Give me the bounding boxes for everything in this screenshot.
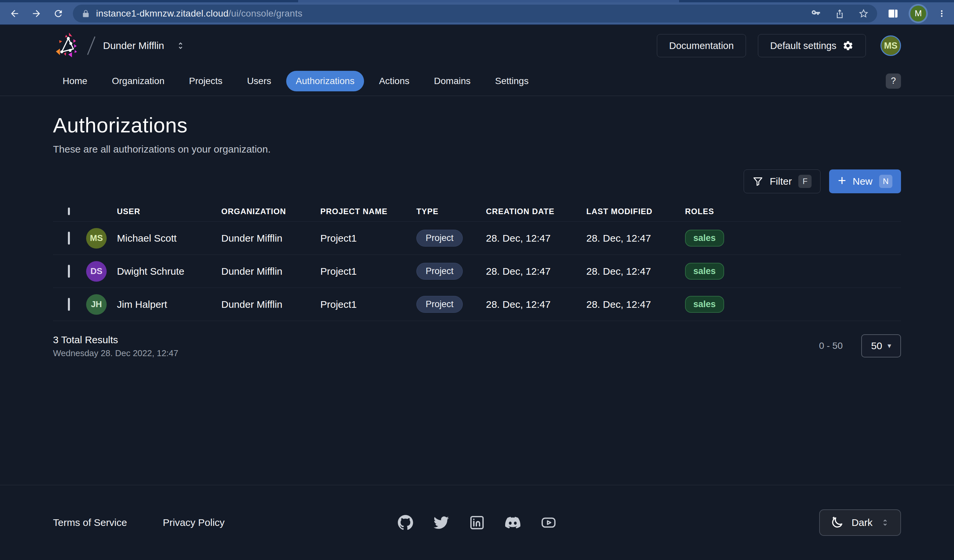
row-checkbox[interactable] bbox=[68, 232, 70, 244]
dark-mode-moon-icon bbox=[831, 516, 844, 529]
column-project-name: PROJECT NAME bbox=[320, 207, 416, 216]
column-creation-date: CREATION DATE bbox=[486, 207, 586, 216]
documentation-label: Documentation bbox=[669, 40, 734, 51]
organization-cell: Dunder Mifflin bbox=[221, 233, 320, 244]
lock-icon bbox=[81, 9, 90, 18]
browser-tab-strip bbox=[0, 0, 954, 2]
side-panel-icon[interactable] bbox=[886, 6, 900, 21]
browser-active-tab[interactable] bbox=[298, 0, 679, 2]
theme-selector[interactable]: Dark bbox=[819, 509, 901, 536]
documentation-button[interactable]: Documentation bbox=[657, 34, 746, 57]
help-button[interactable]: ? bbox=[886, 73, 901, 89]
page-size-select[interactable]: 50 ▾ bbox=[861, 334, 901, 358]
table-row[interactable]: MS Michael Scott Dunder Mifflin Project1… bbox=[53, 222, 901, 255]
filter-button[interactable]: Filter F bbox=[744, 170, 821, 193]
new-button[interactable]: + New N bbox=[829, 170, 901, 193]
terms-of-service-link[interactable]: Terms of Service bbox=[53, 517, 127, 528]
creation-date-cell: 28. Dec, 12:47 bbox=[486, 266, 586, 277]
page-description: These are all authorizations on your org… bbox=[53, 144, 901, 155]
filter-funnel-icon bbox=[753, 176, 763, 187]
pagination-range: 0 - 50 bbox=[819, 341, 843, 351]
bookmark-star-icon[interactable] bbox=[859, 9, 868, 19]
table-footer: 3 Total Results Wednesday 28. Dec 2022, … bbox=[53, 334, 901, 358]
new-shortcut-badge: N bbox=[879, 175, 892, 188]
row-checkbox[interactable] bbox=[68, 298, 70, 311]
share-icon[interactable] bbox=[835, 9, 845, 19]
page-title: Authorizations bbox=[53, 113, 901, 137]
table-row[interactable]: DS Dwight Schrute Dunder Mifflin Project… bbox=[53, 255, 901, 288]
column-user: USER bbox=[83, 207, 221, 216]
password-key-icon[interactable] bbox=[811, 9, 821, 19]
tab-actions[interactable]: Actions bbox=[369, 71, 419, 91]
last-modified-cell: 28. Dec, 12:47 bbox=[586, 266, 685, 277]
user-name: Jim Halpert bbox=[117, 299, 167, 310]
table-header-row: USER ORGANIZATION PROJECT NAME TYPE CREA… bbox=[53, 201, 901, 222]
browser-menu-icon[interactable] bbox=[937, 9, 947, 19]
tab-settings[interactable]: Settings bbox=[486, 71, 538, 91]
url-bar[interactable]: instance1-dkmnzw.zitadel.cloud/ui/consol… bbox=[73, 5, 877, 22]
url-host: instance1-dkmnzw.zitadel.cloud bbox=[96, 8, 229, 19]
browser-profile-avatar[interactable]: M bbox=[910, 6, 926, 22]
page-size-value: 50 bbox=[871, 340, 882, 352]
twitter-icon[interactable] bbox=[433, 515, 449, 530]
footer-timestamp: Wednesday 28. Dec 2022, 12:47 bbox=[53, 348, 178, 358]
main-content: Authorizations These are all authorizati… bbox=[0, 113, 954, 358]
column-last-modified: LAST MODIFIED bbox=[586, 207, 685, 216]
tab-organization[interactable]: Organization bbox=[102, 71, 174, 91]
tab-authorizations[interactable]: Authorizations bbox=[286, 71, 364, 91]
default-settings-label: Default settings bbox=[770, 40, 836, 51]
default-settings-button[interactable]: Default settings bbox=[758, 34, 866, 57]
role-badge: sales bbox=[685, 263, 724, 280]
organization-cell: Dunder Mifflin bbox=[221, 266, 320, 277]
new-label: New bbox=[853, 176, 873, 187]
user-name: Dwight Schrute bbox=[117, 266, 184, 277]
creation-date-cell: 28. Dec, 12:47 bbox=[486, 299, 586, 310]
browser-chrome: instance1-dkmnzw.zitadel.cloud/ui/consol… bbox=[0, 0, 954, 25]
linkedin-icon[interactable] bbox=[469, 515, 485, 530]
github-icon[interactable] bbox=[398, 515, 413, 530]
tab-domains[interactable]: Domains bbox=[424, 71, 480, 91]
chevron-down-icon: ▾ bbox=[887, 342, 891, 350]
organization-cell: Dunder Mifflin bbox=[221, 299, 320, 310]
tab-projects[interactable]: Projects bbox=[179, 71, 232, 91]
org-switcher[interactable]: Dunder Mifflin bbox=[103, 40, 186, 51]
breadcrumb-slash bbox=[87, 36, 95, 55]
type-badge: Project bbox=[416, 263, 463, 280]
avatar: MS bbox=[86, 228, 107, 249]
avatar: DS bbox=[86, 261, 107, 282]
user-name: Michael Scott bbox=[117, 233, 176, 244]
project-cell: Project1 bbox=[320, 266, 416, 277]
theme-label: Dark bbox=[852, 517, 873, 528]
tab-home[interactable]: Home bbox=[53, 71, 97, 91]
zitadel-logo-icon[interactable] bbox=[53, 31, 82, 60]
type-badge: Project bbox=[416, 296, 463, 313]
column-organization: ORGANIZATION bbox=[221, 207, 320, 216]
forward-icon[interactable] bbox=[29, 6, 44, 21]
discord-icon[interactable] bbox=[505, 515, 521, 530]
last-modified-cell: 28. Dec, 12:47 bbox=[586, 233, 685, 244]
page-footer: Terms of Service Privacy Policy Dark bbox=[0, 485, 954, 560]
unfold-icon bbox=[176, 41, 186, 51]
browser-toolbar: instance1-dkmnzw.zitadel.cloud/ui/consol… bbox=[0, 2, 954, 25]
authorizations-table: USER ORGANIZATION PROJECT NAME TYPE CREA… bbox=[53, 201, 901, 321]
table-row[interactable]: JH Jim Halpert Dunder Mifflin Project1 P… bbox=[53, 288, 901, 321]
reload-icon[interactable] bbox=[51, 6, 65, 21]
org-name: Dunder Mifflin bbox=[103, 40, 164, 51]
total-results: 3 Total Results bbox=[53, 334, 178, 345]
user-avatar[interactable]: MS bbox=[881, 36, 901, 56]
avatar: JH bbox=[86, 294, 107, 315]
tab-users[interactable]: Users bbox=[237, 71, 281, 91]
type-badge: Project bbox=[416, 230, 463, 247]
select-all-checkbox[interactable] bbox=[68, 207, 70, 215]
column-roles: ROLES bbox=[685, 207, 901, 216]
project-cell: Project1 bbox=[320, 233, 416, 244]
youtube-icon[interactable] bbox=[541, 515, 556, 530]
column-type: TYPE bbox=[416, 207, 486, 216]
app-header: Dunder Mifflin Documentation Default set… bbox=[0, 25, 954, 66]
filter-shortcut-badge: F bbox=[798, 175, 812, 188]
row-checkbox[interactable] bbox=[68, 265, 70, 278]
back-icon[interactable] bbox=[7, 6, 22, 21]
last-modified-cell: 28. Dec, 12:47 bbox=[586, 299, 685, 310]
privacy-policy-link[interactable]: Privacy Policy bbox=[163, 517, 224, 528]
social-links bbox=[398, 515, 556, 530]
